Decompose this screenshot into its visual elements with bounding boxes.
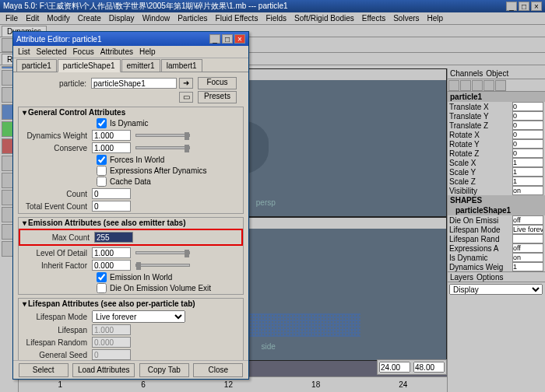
go-icon[interactable]: ➜ [179, 78, 193, 89]
cb-icon[interactable] [460, 80, 471, 91]
channel-row[interactable]: Is Dynamic [448, 253, 545, 262]
tab-lambert1[interactable]: lambert1 [161, 59, 202, 72]
channel-row[interactable]: Rotate X [448, 130, 545, 139]
layers-menu[interactable]: Layers [450, 273, 473, 281]
emission-section-header[interactable]: ▾Emission Attributes (see also emitter t… [19, 218, 243, 228]
channel-value[interactable] [512, 167, 543, 177]
channel-row[interactable]: Translate X [448, 102, 545, 111]
dlg-menu-list[interactable]: List [18, 47, 30, 56]
channel-value[interactable] [512, 186, 543, 195]
close-button[interactable]: × [531, 2, 542, 11]
menu-file[interactable]: File [2, 13, 22, 23]
channel-value[interactable] [512, 158, 543, 167]
cb-icon[interactable] [483, 80, 494, 91]
inherit-slider[interactable] [135, 264, 190, 267]
dialog-max-button[interactable]: □ [222, 34, 233, 44]
channel-row[interactable]: Scale Z [448, 177, 545, 186]
dialog-close-button[interactable]: × [234, 34, 245, 44]
channel-value[interactable] [512, 234, 543, 243]
channel-row[interactable]: Dynamics Weig [448, 262, 545, 271]
dlg-menu-attributes[interactable]: Attributes [100, 47, 133, 56]
copy-tab-button[interactable]: Copy Tab [139, 363, 189, 377]
channel-row[interactable]: Rotate Z [448, 149, 545, 158]
dialog-min-button[interactable]: _ [209, 34, 220, 44]
select-button[interactable]: Select [19, 363, 69, 377]
close-button[interactable]: Close [193, 363, 243, 377]
menu-edit[interactable]: Edit [22, 13, 43, 23]
presets-button[interactable]: Presets [198, 91, 237, 103]
channel-value[interactable] [512, 225, 543, 234]
cb-icon[interactable] [472, 80, 483, 91]
lod-slider[interactable] [135, 251, 190, 254]
focus-button[interactable]: Focus [198, 77, 237, 89]
channel-row[interactable]: Lifespan Mode [448, 225, 545, 234]
forces-checkbox[interactable] [97, 155, 107, 165]
max-count-input[interactable] [94, 232, 133, 243]
menu-fluid-effects[interactable]: Fluid Effects [212, 13, 262, 23]
lifespan-section-header[interactable]: ▾Lifespan Attributes (see also per-parti… [19, 299, 243, 309]
channel-value[interactable] [512, 243, 543, 253]
channel-value[interactable] [512, 130, 543, 139]
tec-input[interactable] [92, 201, 131, 212]
dlg-menu-focus[interactable]: Focus [72, 47, 93, 56]
dlg-menu-help[interactable]: Help [139, 47, 156, 56]
menu-modify[interactable]: Modify [43, 13, 73, 23]
channel-value[interactable] [512, 262, 543, 271]
node-name[interactable]: particle1 [448, 92, 545, 102]
minimize-button[interactable]: _ [506, 2, 517, 11]
channel-value[interactable] [512, 121, 543, 130]
channel-value[interactable] [512, 215, 543, 225]
menu-display[interactable]: Display [105, 13, 139, 23]
lod-input[interactable] [92, 247, 131, 258]
dyn-weight-input[interactable] [92, 130, 131, 141]
load-attributes-button[interactable]: Load Attributes [72, 363, 135, 377]
channel-row[interactable]: Die On Emissi [448, 215, 545, 225]
channel-row[interactable]: Translate Y [448, 111, 545, 121]
channel-value[interactable] [512, 139, 543, 149]
conserve-slider[interactable] [135, 146, 190, 149]
channel-value[interactable] [512, 253, 543, 262]
options-menu[interactable]: Options [476, 273, 503, 281]
is-dynamic-checkbox[interactable] [97, 118, 107, 128]
conserve-input[interactable] [92, 142, 131, 153]
channel-value[interactable] [512, 111, 543, 121]
channel-row[interactable]: Scale X [448, 158, 545, 167]
tab-emitter1[interactable]: emitter1 [121, 59, 160, 72]
menu-soft-rigid[interactable]: Soft/Rigid Bodies [290, 13, 358, 23]
menu-create[interactable]: Create [74, 13, 105, 23]
maximize-button[interactable]: □ [519, 2, 529, 11]
channel-row[interactable]: Translate Z [448, 121, 545, 130]
menu-effects[interactable]: Effects [358, 13, 389, 23]
menu-solvers[interactable]: Solvers [389, 13, 423, 23]
current-frame-input[interactable] [379, 362, 410, 373]
tab-particleshape1[interactable]: particleShape1 [58, 59, 121, 72]
object-menu[interactable]: Object [486, 69, 508, 78]
cache-checkbox[interactable] [97, 177, 107, 187]
channel-row[interactable]: Expressions A [448, 243, 545, 253]
display-select[interactable]: Display [449, 284, 543, 295]
count-input[interactable] [92, 188, 131, 199]
eiw-checkbox[interactable] [97, 272, 107, 282]
channel-value[interactable] [512, 149, 543, 158]
shape-name[interactable]: particleShape1 [448, 205, 545, 215]
channel-row[interactable]: Scale Y [448, 167, 545, 177]
channel-value[interactable] [512, 102, 543, 111]
expr-checkbox[interactable] [97, 166, 107, 176]
dlg-menu-selected[interactable]: Selected [37, 47, 67, 56]
cb-icon[interactable] [448, 80, 459, 91]
channel-row[interactable]: Lifespan Rand [448, 234, 545, 243]
cb-icon[interactable] [495, 80, 506, 91]
lifespan-mode-select[interactable]: Live forever [92, 310, 185, 323]
general-section-header[interactable]: ▾General Control Attributes [19, 107, 243, 117]
tab-particle1[interactable]: particle1 [16, 59, 57, 72]
channel-row[interactable]: Visibility [448, 186, 545, 195]
channel-row[interactable]: Rotate Y [448, 139, 545, 149]
inherit-input[interactable] [92, 260, 131, 271]
menu-particles[interactable]: Particles [174, 13, 211, 23]
dyn-weight-slider[interactable] [135, 134, 190, 137]
tab-icon[interactable]: ▭ [179, 92, 193, 103]
channels-menu[interactable]: Channels [450, 69, 483, 78]
dialog-titlebar[interactable]: Attribute Editor: particle1 _ □ × [13, 32, 248, 46]
dove-checkbox[interactable] [97, 283, 107, 293]
menu-window[interactable]: Window [139, 13, 174, 23]
